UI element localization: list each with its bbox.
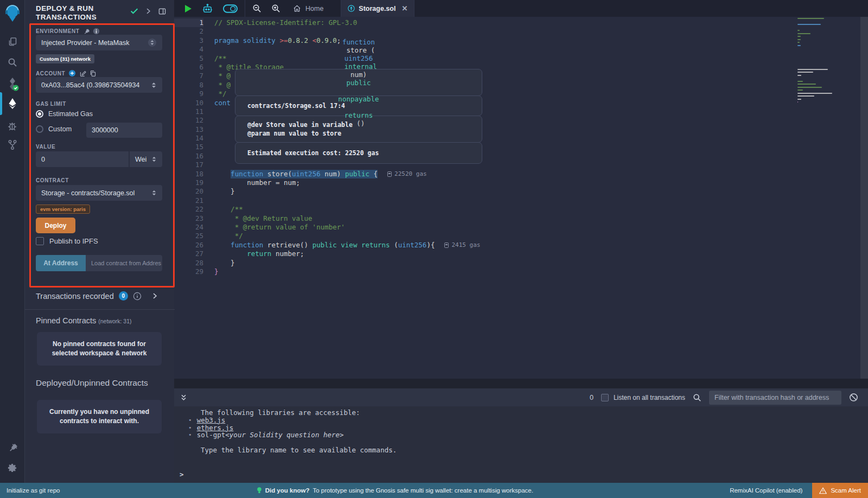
terminal-bullet: web3.js [174,417,868,424]
info-icon[interactable] [93,28,100,35]
line-number[interactable]: 3 [174,36,203,45]
git-init-button[interactable]: Initialize as git repo [7,487,60,494]
run-script-button[interactable] [180,0,197,17]
zoom-out-button[interactable] [247,0,266,17]
deploy-button[interactable]: Deploy [36,218,75,233]
code-editor[interactable]: 1// SPDX-License-Identifier: GPL-3.023pr… [174,17,868,379]
line-number[interactable]: 24 [174,223,203,232]
sidebar-item-workspaces[interactable] [0,31,24,52]
code-row: 27 return number; [174,250,868,258]
line-number[interactable]: 20 [174,187,203,196]
sidebar-item-settings[interactable] [0,457,24,478]
line-number[interactable]: 2 [174,27,203,36]
line-number[interactable]: 16 [174,152,203,161]
at-address-button[interactable]: At Address [36,255,86,271]
line-number[interactable]: 7 [174,72,203,80]
pinned-empty-message: No pinned contracts found for selected w… [37,332,162,366]
terminal-line: The following libraries are accessible: [174,409,868,417]
info-outline-icon[interactable] [133,292,142,301]
line-number[interactable]: 1 [174,18,203,27]
line-number[interactable]: 28 [174,259,203,267]
account-select[interactable]: 0xA03...85ac4 (0.398673504934 [36,77,162,93]
radio-icon [36,125,43,133]
line-number[interactable]: 19 [174,178,203,187]
copy-icon[interactable] [90,70,97,77]
hover-tooltip: function store (uint256 internal num) pu… [235,69,482,164]
tab-bar: Home Storage.sol ✕ [174,0,868,17]
line-number[interactable]: 10 [174,99,203,107]
scam-alert-button[interactable]: Scam Alert [812,483,868,498]
tab-home[interactable]: Home [285,0,331,17]
icon-rail [0,0,24,483]
listen-checkbox[interactable] [601,394,609,401]
editor-scrollbar[interactable] [860,17,868,379]
did-you-know-tip: Did you know? To prototype using the Gno… [60,487,730,494]
copilot-status[interactable]: RemixAI Copilot (enabled) [730,487,802,494]
collapse-chevron-icon[interactable] [145,8,152,15]
listen-all-transactions[interactable]: Listen on all transactions [601,394,685,401]
at-address-input[interactable]: Load contract from Addres [86,255,162,271]
line-number[interactable]: 15 [174,143,203,151]
ai-copilot-robot-icon[interactable] [197,0,218,17]
sidebar-item-plugin-manager[interactable] [0,437,24,458]
line-number[interactable]: 5 [174,54,203,63]
custom-gas-radio[interactable]: Custom [36,125,72,133]
line-number[interactable]: 8 [174,81,203,90]
unpinned-contracts-title: Deployed/Unpinned Contracts [36,378,148,388]
value-input[interactable] [36,151,129,167]
line-number[interactable]: 6 [174,63,203,72]
line-number[interactable]: 26 [174,241,203,250]
plug-small-icon[interactable] [83,28,90,35]
zoom-in-button[interactable] [266,0,285,17]
status-check-icon[interactable] [130,7,139,16]
line-number[interactable]: 22 [174,205,203,214]
add-account-icon[interactable] [68,69,76,77]
code-row: 19 number = num; [174,178,868,187]
transaction-filter-input[interactable] [709,391,841,405]
line-number[interactable]: 17 [174,161,203,169]
minimap[interactable] [797,18,833,126]
sidebar-item-solidity-compiler[interactable] [0,74,24,94]
sidebar-item-search[interactable] [0,52,24,73]
line-number[interactable]: 13 [174,125,203,134]
environment-select[interactable]: Injected Provider - MetaMask [36,35,162,50]
terminal-prompt[interactable]: > [180,470,184,478]
contract-label: CONTRACT [36,177,69,183]
line-number[interactable]: 11 [174,107,203,116]
line-number[interactable]: 29 [174,267,203,276]
publish-ipfs-row[interactable]: Publish to IPFS [36,237,98,245]
custom-gas-input[interactable] [86,123,162,138]
edit-icon[interactable] [79,70,86,77]
tab-storage-sol[interactable]: Storage.sol ✕ [341,0,414,17]
clear-console-icon[interactable] [849,393,858,402]
remix-ide-window: DEPLOY & RUN TRANSACTIONS ENVIRONMENT In… [0,0,868,498]
expand-terminal-icon[interactable] [180,394,188,401]
line-number[interactable]: 27 [174,250,203,258]
remix-logo[interactable] [0,3,24,23]
copilot-toggle[interactable] [218,0,242,17]
status-bar: Initialize as git repo Did you know? To … [0,483,868,498]
publish-ipfs-checkbox[interactable] [36,237,44,245]
line-number[interactable]: 14 [174,134,203,143]
web3-link[interactable]: web3.js [197,417,226,424]
sidebar-item-debugger[interactable] [0,115,24,136]
line-number[interactable]: 4 [174,45,203,54]
terminal-body[interactable]: The following libraries are accessible: … [174,406,868,483]
estimated-gas-radio[interactable]: Estimated Gas [36,110,93,118]
close-tab-icon[interactable]: ✕ [401,4,407,12]
line-number[interactable]: 25 [174,232,203,240]
pin-panel-icon[interactable] [158,7,167,16]
expand-transactions-icon[interactable] [151,292,158,299]
sidebar-item-deploy-and-run[interactable] [0,93,24,114]
plug-icon [7,442,18,453]
value-unit-select[interactable]: Wei [130,151,162,167]
line-number[interactable]: 23 [174,214,203,223]
ethers-link[interactable]: ethers.js [197,424,234,432]
line-number[interactable]: 9 [174,90,203,98]
line-number[interactable]: 21 [174,196,203,205]
terminal-resize-handle[interactable] [174,379,868,388]
line-number[interactable]: 12 [174,116,203,125]
line-number[interactable]: 18 [174,170,203,178]
contract-select[interactable]: Storage - contracts/Storage.sol [36,185,162,201]
sidebar-item-git[interactable] [0,135,24,155]
